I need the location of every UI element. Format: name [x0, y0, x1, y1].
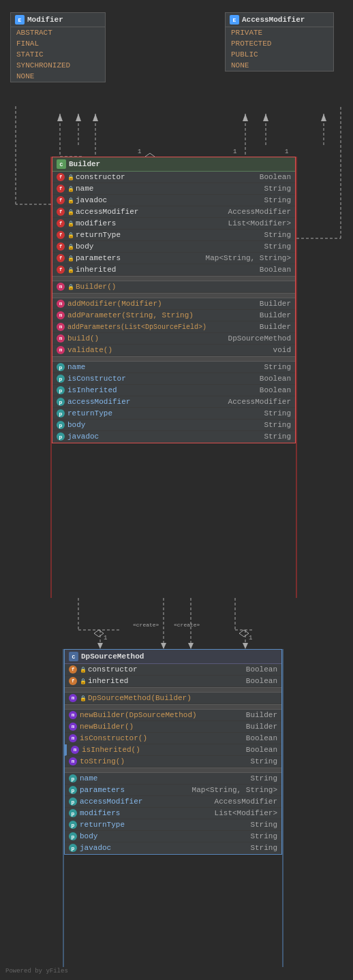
dp-method-isinherited: m isInherited() Boolean: [65, 744, 281, 756]
builder-field-returntype: f 🔒 returnType String: [52, 230, 295, 241]
prop-icon-4: p: [57, 398, 65, 406]
dp-field-icon-1: f: [69, 665, 77, 674]
method-name-5: validate(): [67, 346, 271, 354]
lock-icon-2: 🔒: [67, 186, 73, 191]
method-return-1: Builder: [260, 300, 291, 308]
builder-method-validate: m validate() void: [52, 345, 295, 356]
dp-method-name-2: newBuilder(): [80, 723, 243, 731]
dp-method-return-1: Builder: [246, 711, 277, 719]
dp-field-type-constructor: Boolean: [246, 665, 277, 674]
field-icon-f8: f: [57, 254, 65, 262]
field-type-body: String: [264, 242, 291, 251]
svg-text:1: 1: [249, 635, 252, 642]
lock-icon-3: 🔒: [67, 197, 73, 203]
am-public: PUBLIC: [226, 49, 333, 60]
dp-source-method-header: C DpSourceMethod: [65, 650, 281, 664]
dp-field-name-constructor: constructor: [88, 665, 243, 674]
modifier-static: STATIC: [11, 49, 105, 60]
method-icon-4: m: [57, 334, 65, 343]
field-icon-f5: f: [57, 219, 65, 227]
dp-method-return-5: String: [250, 757, 277, 765]
builder-class-name: Builder: [69, 160, 100, 168]
dp-method-icon-2: m: [69, 723, 77, 731]
lock-icon-6: 🔒: [67, 232, 73, 238]
dp-class-icon: C: [69, 652, 78, 661]
builder-prop-isconstructor: p isConstructor Boolean: [52, 373, 295, 385]
field-type-javadoc: String: [264, 196, 291, 204]
builder-method-addparameters: m addParameters(List<DpSourceField>) Bui…: [52, 321, 295, 333]
modifier-enum-items: ABSTRACT FINAL STATIC SYNCHRONIZED NONE: [11, 27, 105, 82]
dp-method-icon-5: m: [69, 757, 77, 765]
svg-marker-23: [94, 630, 104, 637]
dp-prop-name-mod: modifiers: [80, 809, 212, 817]
dp-method-name-3: isConstructor(): [80, 734, 243, 742]
access-modifier-enum: E AccessModifier PRIVATE PROTECTED PUBLI…: [225, 12, 334, 72]
modifier-abstract: ABSTRACT: [11, 27, 105, 38]
method-icon-3: m: [57, 323, 65, 331]
modifier-enum-name: Modifier: [27, 16, 63, 24]
am-none: NONE: [226, 60, 333, 71]
dp-prop-javadoc: p javadoc String: [65, 842, 281, 854]
dp-prop-type-am: AccessModifier: [215, 797, 277, 806]
lock-icon-4: 🔒: [67, 209, 73, 215]
dp-prop-type-mod: List<Modifier>: [215, 809, 277, 817]
prop-icon-7: p: [57, 432, 65, 441]
lock-icon-5: 🔒: [67, 221, 73, 226]
builder-field-name: f 🔒 name String: [52, 183, 295, 195]
dp-prop-icon-7: p: [69, 844, 77, 852]
dp-constructor-name: DpSourceMethod(Builder): [88, 694, 277, 702]
svg-marker-12: [263, 114, 268, 121]
dp-prop-parameters: p parameters Map<String, String>: [65, 785, 281, 796]
svg-text:«create»: «create»: [133, 622, 159, 628]
field-icon-f3: f: [57, 196, 65, 204]
svg-marker-26: [161, 643, 166, 649]
dp-prop-accessmodifier: p accessModifier AccessModifier: [65, 796, 281, 808]
dp-prop-icon-5: p: [69, 821, 77, 829]
svg-text:1: 1: [233, 148, 236, 155]
dp-method-newbuilder2: m newBuilder() Builder: [65, 721, 281, 733]
dp-method-name-4: isInherited(): [82, 746, 243, 754]
lock-icon-c1: 🔒: [67, 284, 73, 289]
dp-class-name: DpSourceMethod: [81, 652, 144, 661]
dp-field-icon-2: f: [69, 677, 77, 685]
dp-prop-icon-1: p: [69, 774, 77, 783]
svg-marker-6: [93, 114, 98, 121]
prop-icon-1: p: [57, 363, 65, 371]
dp-field-name-inherited: inherited: [88, 677, 243, 685]
access-modifier-enum-items: PRIVATE PROTECTED PUBLIC NONE: [226, 27, 333, 71]
access-modifier-enum-header: E AccessModifier: [226, 13, 333, 27]
svg-marker-14: [321, 114, 326, 121]
field-type-returntype: String: [264, 231, 291, 239]
prop-name-accessmod: accessModifier: [67, 398, 226, 406]
builder-prop-accessmodifier: p accessModifier AccessModifier: [52, 396, 295, 408]
prop-type-name: String: [264, 363, 291, 371]
method-name-2: addParameter(String, String): [67, 311, 257, 319]
field-name-inherited: inherited: [76, 266, 257, 274]
access-modifier-enum-icon: E: [230, 15, 239, 25]
dp-method-newbuilder1: m newBuilder(DpSourceMethod) Builder: [65, 710, 281, 721]
modifier-none: NONE: [11, 71, 105, 82]
dp-source-method-class: C DpSourceMethod f 🔒 constructor Boolean…: [64, 649, 282, 855]
dp-method-icon-4: m: [71, 746, 79, 754]
builder-prop-returntype: p returnType String: [52, 408, 295, 420]
dp-method-icon-3: m: [69, 734, 77, 742]
prop-type-accessmod: AccessModifier: [228, 398, 291, 406]
lock-icon-8: 🔒: [67, 255, 73, 261]
field-type-name: String: [264, 185, 291, 193]
field-type-parameters: Map<String, String>: [206, 254, 291, 262]
modifier-enum-header: E Modifier: [11, 13, 105, 27]
dp-method-tostring: m toString() String: [65, 756, 281, 768]
dp-prop-type-body: String: [250, 832, 277, 840]
svg-marker-10: [243, 114, 248, 121]
am-protected: PROTECTED: [226, 38, 333, 49]
prop-name-body: body: [67, 421, 261, 429]
prop-type-javadoc: String: [264, 432, 291, 441]
builder-field-javadoc: f 🔒 javadoc String: [52, 195, 295, 206]
prop-type-isconstructor: Boolean: [260, 375, 291, 383]
dp-prop-returntype: p returnType String: [65, 819, 281, 831]
builder-field-inherited: f 🔒 inherited Boolean: [52, 264, 295, 276]
prop-icon-6: p: [57, 421, 65, 429]
builder-field-accessmodifier: f 🔒 accessModifier AccessModifier: [52, 206, 295, 218]
dp-prop-icon-2: p: [69, 786, 77, 794]
builder-section-divider-3: [52, 356, 295, 362]
